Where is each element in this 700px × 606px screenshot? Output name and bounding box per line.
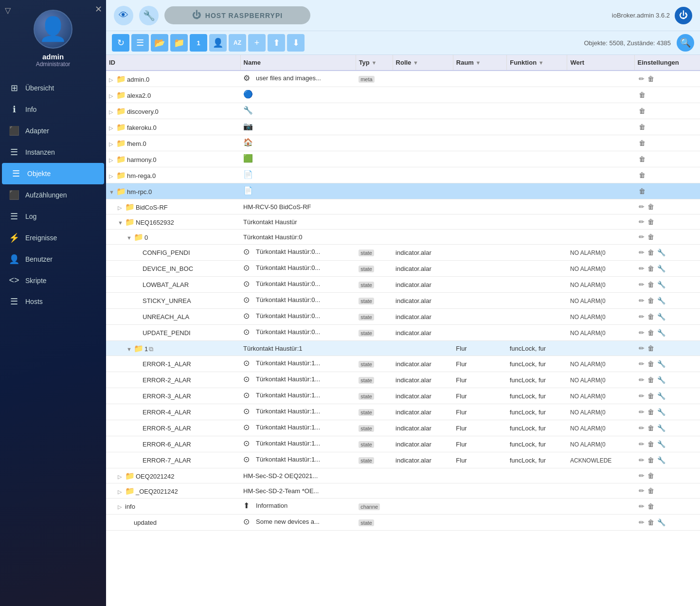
- delete-button[interactable]: 🗑: [646, 455, 656, 465]
- expand-icon[interactable]: ▷: [118, 205, 124, 211]
- edit-button[interactable]: ✏: [637, 343, 646, 353]
- wrench-button[interactable]: 🔧: [656, 280, 667, 289]
- delete-button[interactable]: 🗑: [646, 343, 656, 353]
- search-button[interactable]: 🔍: [677, 34, 694, 52]
- expand-icon[interactable]: ▷: [109, 77, 115, 83]
- delete-button[interactable]: 🗑: [646, 439, 656, 449]
- edit-button[interactable]: ✏: [637, 375, 646, 385]
- wrench-button[interactable]: 🔧: [656, 296, 667, 305]
- wrench-button[interactable]: 🔧: [656, 391, 667, 401]
- refresh-button[interactable]: ↻: [112, 34, 129, 52]
- close-icon[interactable]: ✕: [95, 4, 102, 15]
- edit-button[interactable]: ✏: [637, 74, 646, 84]
- delete-button[interactable]: 🗑: [646, 280, 656, 289]
- sidebar-item-benutzer[interactable]: 👤 Benutzer: [0, 249, 106, 270]
- wrench-button[interactable]: 🔧: [656, 517, 667, 527]
- upload-button[interactable]: ⬆: [268, 34, 285, 52]
- delete-button[interactable]: 🗑: [646, 328, 656, 338]
- menu-icon[interactable]: ▽: [5, 6, 11, 15]
- edit-button[interactable]: ✏: [637, 455, 646, 465]
- folder-open-button[interactable]: 📂: [151, 34, 168, 52]
- col-header-role[interactable]: Rolle ▼: [393, 55, 453, 71]
- sidebar-item-uebersicht[interactable]: ⊞ Übersicht: [0, 77, 106, 99]
- delete-button[interactable]: 🗑: [637, 170, 647, 180]
- az-button[interactable]: AZ: [229, 34, 246, 52]
- delete-button[interactable]: 🗑: [646, 471, 656, 481]
- sidebar-item-info[interactable]: ℹ Info: [0, 99, 106, 120]
- edit-button[interactable]: ✏: [637, 359, 646, 369]
- delete-button[interactable]: 🗑: [646, 248, 656, 257]
- delete-button[interactable]: 🗑: [637, 90, 647, 100]
- delete-button[interactable]: 🗑: [637, 186, 647, 196]
- delete-button[interactable]: 🗑: [646, 312, 656, 321]
- wrench-button[interactable]: 🔧: [656, 407, 667, 417]
- expand-icon[interactable]: ▷: [118, 489, 124, 495]
- delete-button[interactable]: 🗑: [646, 391, 656, 401]
- wrench-button[interactable]: 🔧: [656, 375, 667, 385]
- add-button[interactable]: +: [248, 34, 266, 52]
- wrench-button[interactable]: 🔧: [656, 312, 667, 321]
- delete-button[interactable]: 🗑: [637, 122, 647, 132]
- edit-button[interactable]: ✏: [637, 312, 646, 321]
- sidebar-item-ereignisse[interactable]: ⚡ Ereignisse: [0, 227, 106, 249]
- wrench-button[interactable]: 🔧: [656, 264, 667, 273]
- list-button[interactable]: ☰: [131, 34, 149, 52]
- delete-button[interactable]: 🗑: [637, 154, 647, 164]
- edit-button[interactable]: ✏: [637, 264, 646, 273]
- edit-button[interactable]: ✏: [637, 471, 646, 481]
- wrench-button[interactable]: 🔧: [656, 248, 667, 257]
- download-button[interactable]: ⬇: [287, 34, 305, 52]
- badge-button[interactable]: 1: [190, 34, 207, 52]
- sidebar-item-hosts[interactable]: ☰ Hosts: [0, 291, 106, 312]
- wrench-button[interactable]: 🔧: [656, 439, 667, 449]
- edit-button[interactable]: ✏: [637, 296, 646, 305]
- topbar-power-button[interactable]: ⏻: [675, 7, 692, 24]
- user2-button[interactable]: 👤: [209, 34, 227, 52]
- wrench-button[interactable]: 🔧: [139, 6, 159, 25]
- expand-icon[interactable]: ▷: [118, 474, 124, 480]
- delete-button[interactable]: 🗑: [637, 138, 647, 148]
- wrench-button[interactable]: 🔧: [656, 423, 667, 433]
- edit-button[interactable]: ✏: [637, 501, 646, 511]
- host-button[interactable]: ⏻ HOST RASPBERRYPI: [164, 6, 310, 24]
- delete-button[interactable]: 🗑: [646, 501, 656, 511]
- delete-button[interactable]: 🗑: [646, 264, 656, 273]
- delete-button[interactable]: 🗑: [637, 106, 647, 116]
- col-header-function[interactable]: Funktion ▼: [507, 55, 567, 71]
- expand-icon[interactable]: ▷: [109, 141, 115, 147]
- expand-icon[interactable]: ▷: [109, 125, 115, 131]
- delete-button[interactable]: 🗑: [646, 486, 656, 496]
- sidebar-item-objekte[interactable]: ☰ Objekte: [2, 163, 104, 184]
- delete-button[interactable]: 🗑: [646, 423, 656, 433]
- edit-button[interactable]: ✏: [637, 232, 646, 242]
- delete-button[interactable]: 🗑: [646, 296, 656, 305]
- delete-button[interactable]: 🗑: [646, 202, 656, 212]
- edit-button[interactable]: ✏: [637, 407, 646, 417]
- sidebar-item-skripte[interactable]: <> Skripte: [0, 270, 106, 291]
- expand-icon[interactable]: ▼: [126, 346, 132, 352]
- sidebar-item-adapter[interactable]: ⬛ Adapter: [0, 120, 106, 142]
- edit-button[interactable]: ✏: [637, 248, 646, 257]
- folder-button[interactable]: 📁: [170, 34, 188, 52]
- delete-button[interactable]: 🗑: [646, 375, 656, 385]
- wrench-button[interactable]: 🔧: [656, 455, 667, 465]
- sidebar-item-aufzaehlungen[interactable]: ⬛ Aufzählungen: [0, 184, 106, 206]
- edit-button[interactable]: ✏: [637, 328, 646, 338]
- expand-icon[interactable]: ▷: [109, 109, 115, 115]
- eye-button[interactable]: 👁: [114, 6, 133, 25]
- copy-button[interactable]: ⧉: [149, 345, 153, 353]
- edit-button[interactable]: ✏: [637, 486, 646, 496]
- delete-button[interactable]: 🗑: [646, 74, 656, 84]
- wrench-button[interactable]: 🔧: [656, 359, 667, 369]
- edit-button[interactable]: ✏: [637, 517, 646, 527]
- col-header-type[interactable]: Typ ▼: [356, 55, 393, 71]
- edit-button[interactable]: ✏: [637, 423, 646, 433]
- edit-button[interactable]: ✏: [637, 280, 646, 289]
- edit-button[interactable]: ✏: [637, 391, 646, 401]
- expand-icon[interactable]: ▷: [109, 93, 115, 99]
- expand-icon[interactable]: ▷: [109, 173, 115, 179]
- delete-button[interactable]: 🗑: [646, 217, 656, 227]
- edit-button[interactable]: ✏: [637, 439, 646, 449]
- expand-icon[interactable]: ▷: [109, 157, 115, 163]
- delete-button[interactable]: 🗑: [646, 407, 656, 417]
